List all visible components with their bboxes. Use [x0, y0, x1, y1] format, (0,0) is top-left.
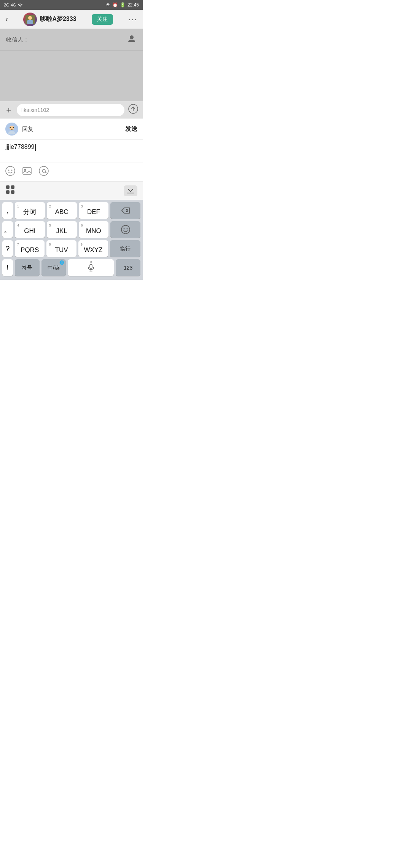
key-abc[interactable]: 2 ABC — [47, 202, 77, 219]
svg-point-11 — [11, 170, 13, 171]
signal-text: 2G 4G — [4, 3, 16, 7]
svg-rect-24 — [90, 264, 92, 268]
key-space[interactable]: 0 — [68, 259, 114, 276]
toolbar-icons — [0, 163, 143, 181]
contact-icon[interactable] — [127, 34, 137, 46]
svg-point-7 — [10, 127, 11, 128]
back-button[interactable]: ‹ — [5, 14, 8, 24]
wifi-icon — [18, 3, 23, 7]
keyboard-row-1: ， 1 分词 2 ABC 3 DEF — [1, 202, 142, 219]
mic-icon — [87, 264, 95, 271]
recipient-label: 收信人： — [6, 36, 29, 43]
nav-center: 哆啦A梦2333 — [23, 13, 76, 26]
reply-avatar-image — [5, 123, 18, 136]
reply-section: 回复 发送 jjjie778899 — [0, 118, 143, 200]
key-emoji[interactable] — [110, 221, 140, 238]
top-nav: ‹ 哆啦A梦2333 关注 ··· — [0, 10, 143, 29]
svg-point-22 — [123, 228, 124, 230]
avatar-image — [23, 13, 37, 26]
key-period[interactable]: 。 — [2, 221, 13, 238]
status-left: 2G 4G — [4, 3, 23, 7]
key-symbols[interactable]: 符号 — [15, 259, 40, 276]
svg-rect-18 — [6, 190, 10, 194]
svg-point-21 — [121, 225, 130, 234]
keyboard-row-4: ！ 符号 🌐 中/英 0 123 — [1, 259, 142, 276]
reply-header: 回复 发送 — [0, 119, 143, 140]
recipient-row: 收信人： — [0, 29, 143, 51]
svg-rect-16 — [6, 185, 10, 189]
eye-icon: 👁 — [106, 2, 110, 8]
svg-point-10 — [8, 170, 10, 171]
image-toolbar-button[interactable] — [22, 166, 32, 178]
key-def[interactable]: 3 DEF — [79, 202, 109, 219]
key-123[interactable]: 123 — [116, 259, 140, 276]
svg-rect-2 — [27, 20, 33, 24]
follow-button[interactable]: 关注 — [92, 14, 113, 25]
time-display: 22:45 — [127, 2, 139, 8]
key-exclaim[interactable]: ！ — [2, 259, 13, 276]
backspace-icon — [121, 207, 130, 214]
keyboard-row-2: 。 4 GHI 5 JKL 6 MNO — [1, 221, 142, 238]
svg-rect-17 — [11, 185, 14, 189]
page-title: 哆啦A梦2333 — [40, 15, 76, 23]
text-cursor — [35, 144, 36, 151]
svg-point-8 — [13, 127, 14, 128]
message-input-text: likaixin1102 — [21, 107, 49, 113]
keyboard-grid-icon[interactable] — [5, 185, 15, 197]
key-jkl[interactable]: 5 JKL — [47, 221, 77, 238]
reply-send-button[interactable]: 发送 — [125, 125, 137, 133]
battery-icon: 🔋 — [120, 2, 126, 8]
svg-point-1 — [28, 16, 32, 20]
message-area: 收信人： ＋ likaixin1102 — [0, 29, 143, 118]
globe-icon: 🌐 — [59, 260, 64, 265]
svg-point-3 — [130, 35, 134, 39]
svg-rect-12 — [23, 168, 31, 174]
key-question[interactable]: ？ — [2, 240, 13, 257]
key-delete[interactable] — [110, 202, 140, 219]
key-comma[interactable]: ， — [2, 202, 13, 219]
alarm-icon: ⏰ — [112, 2, 118, 8]
key-fencie[interactable]: 1 分词 — [15, 202, 45, 219]
svg-point-13 — [24, 169, 26, 171]
zero-label: 0 — [90, 260, 92, 264]
keyboard-switcher — [0, 181, 143, 200]
key-pqrs[interactable]: 7 PQRS — [15, 240, 45, 257]
status-bar: 2G 4G 👁 ⏰ 🔋 22:45 — [0, 0, 143, 10]
more-button[interactable]: ··· — [128, 14, 137, 24]
reply-label: 回复 — [22, 126, 125, 133]
key-lang[interactable]: 🌐 中/英 — [41, 259, 66, 276]
emoji-key-icon — [121, 225, 131, 235]
key-mno[interactable]: 6 MNO — [79, 221, 109, 238]
message-send-button[interactable] — [128, 104, 138, 116]
svg-point-23 — [126, 228, 127, 230]
svg-rect-19 — [11, 190, 14, 194]
message-input-field[interactable]: likaixin1102 — [17, 104, 124, 116]
svg-point-15 — [42, 169, 45, 172]
key-newline[interactable]: 换行 — [110, 240, 140, 257]
reply-text-area[interactable]: jjjie778899 — [0, 140, 143, 163]
status-right: 👁 ⏰ 🔋 22:45 — [106, 2, 139, 8]
reply-input-text: jjjie778899 — [5, 144, 35, 150]
key-ghi[interactable]: 4 GHI — [15, 221, 45, 238]
mention-toolbar-button[interactable] — [39, 166, 49, 178]
svg-point-9 — [6, 166, 15, 176]
keyboard-row-3: ？ 7 PQRS 8 TUV 9 WXYZ 换行 — [1, 240, 142, 257]
message-input-row: ＋ likaixin1102 — [0, 101, 143, 118]
key-wxyz[interactable]: 9 WXYZ — [78, 240, 108, 257]
nav-avatar — [23, 13, 37, 26]
svg-point-14 — [39, 166, 48, 176]
keyboard: ， 1 分词 2 ABC 3 DEF 。 4 GHI 5 — [0, 200, 143, 280]
emoji-toolbar-button[interactable] — [5, 166, 15, 178]
key-tuv[interactable]: 8 TUV — [46, 240, 76, 257]
plus-button[interactable]: ＋ — [5, 104, 13, 116]
reply-avatar — [5, 123, 18, 136]
svg-point-5 — [8, 131, 16, 134]
keyboard-hide-button[interactable] — [124, 185, 137, 196]
